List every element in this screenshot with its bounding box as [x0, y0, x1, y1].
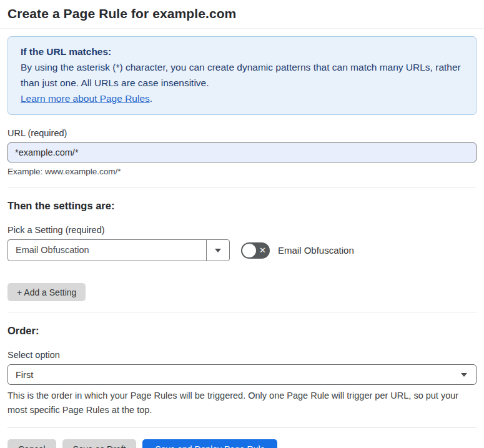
- divider: [7, 427, 477, 428]
- info-box-link-line: Learn more about Page Rules.: [21, 91, 463, 106]
- create-page-rule-form: Create a Page Rule for example.com If th…: [0, 0, 484, 448]
- save-deploy-button[interactable]: Save and Deploy Page Rule: [142, 439, 277, 448]
- save-draft-button[interactable]: Save as Draft: [62, 439, 137, 448]
- url-input[interactable]: [7, 142, 477, 162]
- toggle-knob: [242, 244, 256, 257]
- order-section-heading: Order:: [7, 325, 477, 337]
- page-title: Create a Page Rule for example.com: [7, 6, 477, 21]
- url-field-label: URL (required): [7, 128, 477, 138]
- divider: [7, 312, 477, 312]
- order-select-value: First: [16, 370, 33, 380]
- setting-select[interactable]: Email Obfuscation: [7, 239, 230, 261]
- cancel-button[interactable]: Cancel: [7, 439, 56, 448]
- dropdown-arrow-icon: [215, 249, 221, 252]
- x-icon: ✕: [259, 246, 266, 254]
- email-obfuscation-toggle[interactable]: ✕: [241, 242, 270, 259]
- setting-select-arrow-button[interactable]: [206, 240, 229, 261]
- info-box-heading: If the URL matches:: [21, 44, 463, 59]
- url-example-helper: Example: www.example.com/*: [7, 167, 477, 176]
- pick-setting-label: Pick a Setting (required): [7, 225, 477, 235]
- chevron-down-icon: [461, 373, 467, 377]
- info-box-body: By using the asterisk (*) character, you…: [21, 59, 463, 91]
- setting-select-value: Email Obfuscation: [8, 240, 206, 261]
- divider: [7, 187, 477, 187]
- setting-row: Email Obfuscation ✕ Email Obfuscation: [7, 239, 477, 261]
- learn-more-link[interactable]: Learn more about Page Rules: [21, 93, 150, 104]
- order-helper-text: This is the order in which your Page Rul…: [7, 389, 477, 417]
- order-select[interactable]: First: [7, 364, 477, 385]
- toggle-label: Email Obfuscation: [278, 245, 354, 256]
- url-match-info-box: If the URL matches: By using the asteris…: [7, 36, 477, 115]
- info-box-body-text: By using the asterisk (*) character, you…: [21, 62, 461, 88]
- settings-section-heading: Then the settings are:: [7, 200, 477, 212]
- add-setting-button[interactable]: + Add a Setting: [7, 283, 86, 301]
- order-select-label: Select option: [7, 350, 477, 360]
- header: Create a Page Rule for example.com: [0, 0, 484, 29]
- link-suffix: .: [150, 93, 152, 104]
- footer-actions: Cancel Save as Draft Save and Deploy Pag…: [7, 439, 477, 448]
